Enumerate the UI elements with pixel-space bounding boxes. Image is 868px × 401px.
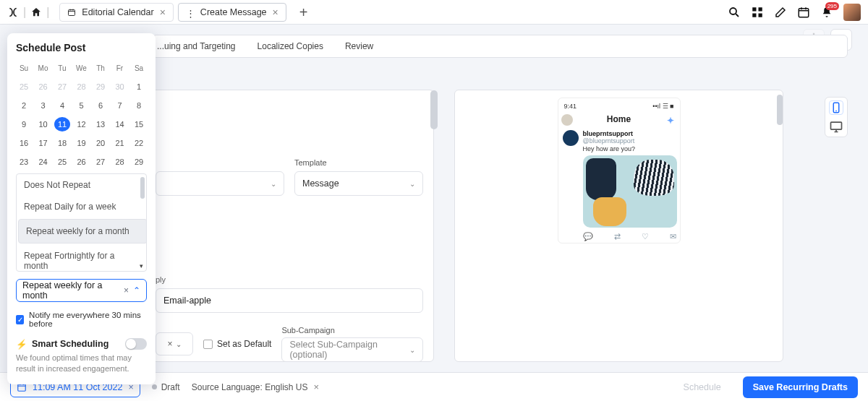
recur-select[interactable]: Repeat weekly for a month ×⌃	[16, 279, 147, 302]
recur-option[interactable]: Repeat Fortnightly for a month	[17, 245, 146, 272]
form-panel: ⌄ Template Message⌄ ply Email-apple ×⌄ S…	[145, 90, 434, 362]
mobile-icon[interactable]	[829, 100, 843, 115]
notify-checkbox[interactable]: ✓ Notify me everywhere 30 mins before	[16, 311, 147, 328]
calendar-day[interactable]: 25	[16, 79, 32, 94]
calendar-day[interactable]: 21	[112, 136, 128, 150]
calendar-icon[interactable]	[797, 6, 810, 19]
subnav-item[interactable]: Localized Copies	[258, 41, 323, 51]
share-icon[interactable]: ✉	[670, 232, 676, 241]
calendar-day[interactable]: 27	[54, 79, 70, 94]
set-default-checkbox[interactable]: Set as Default	[203, 339, 271, 349]
chevron-up-icon[interactable]: ⌃	[133, 285, 140, 296]
save-recurring-drafts-button[interactable]: Save Recurring Drafts	[743, 376, 858, 398]
calendar-day[interactable]: 30	[112, 79, 128, 94]
calendar-day[interactable]: 6	[93, 98, 109, 113]
tab-editorial-calendar[interactable]: Editorial Calendar ×	[59, 3, 174, 22]
calendar-day[interactable]: 28	[74, 79, 90, 94]
cal-day-header: Su	[16, 61, 32, 75]
calendar-day[interactable]: 20	[93, 136, 109, 150]
recur-option[interactable]: Repeat weekly for a month	[18, 219, 147, 243]
sparkle-icon: ✦	[667, 116, 674, 126]
popover-title: Schedule Post	[16, 42, 147, 53]
calendar-day[interactable]: 29	[93, 79, 109, 94]
cal-day-header: Sa	[131, 61, 147, 75]
remove-chip[interactable]: ×⌄	[156, 332, 193, 355]
subnav-item[interactable]: ...uing and Targeting	[157, 41, 236, 51]
calendar-day[interactable]: 17	[35, 136, 51, 150]
recur-option[interactable]: Does Not Repeat	[17, 174, 146, 196]
calendar-day[interactable]: 18	[54, 136, 70, 150]
kebab-icon: ⋮	[186, 8, 195, 17]
add-tab-button[interactable]: +	[295, 5, 312, 20]
calendar-day[interactable]: 22	[131, 136, 147, 150]
calendar-day[interactable]: 5	[74, 98, 90, 113]
close-icon[interactable]: ×	[160, 7, 166, 18]
subcampaign-dropdown[interactable]: Select Sub-Campaign (optional)⌄	[281, 337, 423, 362]
email-field[interactable]: Email-apple	[156, 288, 423, 313]
calendar-day[interactable]: 3	[35, 98, 51, 113]
template-dropdown[interactable]: Message⌄	[294, 171, 423, 196]
calendar-day[interactable]: 16	[16, 136, 32, 150]
calendar-day[interactable]: 9	[16, 117, 32, 131]
recur-option[interactable]: Repeat Daily for a week	[17, 196, 146, 217]
tab-create-message[interactable]: ⋮ Create Message ×	[178, 3, 286, 22]
clear-icon[interactable]: ×	[314, 381, 320, 392]
svg-rect-0	[69, 9, 75, 15]
calendar-day[interactable]: 26	[35, 79, 51, 94]
apps-icon[interactable]	[751, 6, 764, 19]
retweet-icon[interactable]: ⇄	[614, 232, 621, 241]
calendar-day[interactable]: 10	[35, 117, 51, 131]
calendar-day[interactable]: 19	[74, 136, 90, 150]
recur-menu[interactable]: Does Not RepeatRepeat Daily for a weekRe…	[16, 173, 147, 272]
svg-rect-8	[831, 122, 842, 129]
scrollbar[interactable]	[140, 177, 145, 199]
scrollbar[interactable]	[430, 90, 438, 129]
scrollbar[interactable]	[777, 95, 783, 125]
calendar-day[interactable]: 14	[112, 117, 128, 131]
calendar-day[interactable]: 2	[16, 98, 32, 113]
subcampaign-label: Sub-Campaign	[281, 326, 423, 335]
subnav-item[interactable]: Review	[345, 41, 373, 51]
calendar-day[interactable]: 4	[54, 98, 70, 113]
clear-icon[interactable]: ×	[124, 285, 129, 296]
compose-icon[interactable]	[774, 6, 787, 19]
calendar-day[interactable]: 11	[54, 117, 70, 131]
calendar-day[interactable]: 7	[112, 98, 128, 113]
svg-rect-2	[752, 7, 756, 11]
calendar-day[interactable]: 12	[74, 117, 90, 131]
calendar-day[interactable]: 28	[112, 155, 128, 169]
calendar-day[interactable]: 29	[131, 155, 147, 169]
preview-panel: 9:41••ıl ☰ ■ Home✦ blueprntsupport @blue…	[454, 90, 783, 362]
bell-badge: 295	[825, 2, 839, 10]
smart-toggle[interactable]	[125, 338, 147, 350]
template-label: Template	[294, 158, 423, 167]
calendar-day[interactable]: 25	[54, 155, 70, 169]
calendar-day[interactable]: 13	[93, 117, 109, 131]
signal-icon: ••ıl ☰ ■	[652, 103, 673, 110]
search-icon[interactable]	[728, 6, 741, 19]
like-icon[interactable]: ♡	[642, 232, 649, 241]
calendar-day[interactable]: 23	[16, 155, 32, 169]
chevron-down-icon: ⌄	[409, 346, 415, 354]
close-icon[interactable]: ×	[273, 7, 278, 18]
comment-icon[interactable]: 💬	[583, 232, 593, 241]
app-logo-icon	[7, 7, 19, 18]
cal-day-header: Mo	[35, 61, 51, 75]
sub-nav: ...uing and Targeting Localized Copies R…	[152, 35, 848, 58]
bell-icon[interactable]: 295	[820, 6, 833, 19]
calendar-day[interactable]: 8	[131, 98, 147, 113]
home-icon[interactable]	[30, 7, 42, 18]
desktop-icon[interactable]	[829, 119, 843, 134]
schedule-button[interactable]: Schedule	[673, 378, 731, 397]
home-title: Home✦	[563, 114, 676, 124]
calendar-day[interactable]: 1	[131, 79, 147, 94]
calendar-day[interactable]: 24	[35, 155, 51, 169]
tab-strip: Editorial Calendar × ⋮ Create Message × …	[59, 3, 312, 22]
dropdown[interactable]: ⌄	[156, 171, 284, 196]
calendar-day[interactable]: 27	[93, 155, 109, 169]
calendar-day[interactable]: 15	[131, 117, 147, 131]
cal-day-header: Tu	[54, 61, 70, 75]
calendar-day[interactable]: 26	[74, 155, 90, 169]
post-handle: @blueprntsupport	[583, 137, 635, 145]
avatar[interactable]	[843, 4, 861, 21]
